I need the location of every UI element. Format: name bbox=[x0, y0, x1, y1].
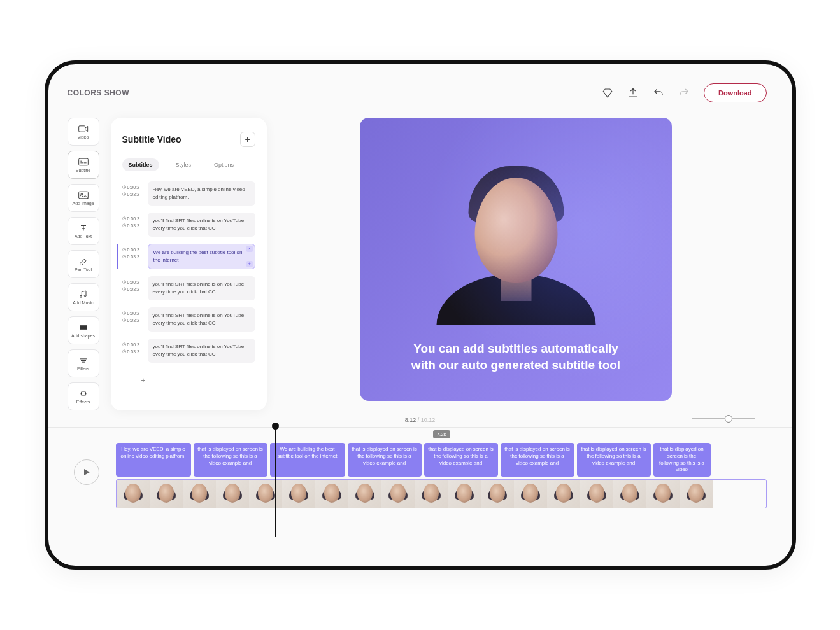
frame-thumb[interactable] bbox=[216, 480, 249, 508]
clock-icon: ◷ 0:00:2 bbox=[122, 185, 143, 190]
sidebar-item-add-image[interactable]: Add Image bbox=[68, 184, 99, 212]
sidebar-item-subtitle[interactable]: Subtitle bbox=[68, 151, 99, 179]
svg-point-3 bbox=[81, 193, 83, 195]
topbar-actions: Download bbox=[602, 83, 767, 102]
redo-icon[interactable] bbox=[678, 87, 690, 99]
timeline-segment[interactable]: that is displayed on screen is the follo… bbox=[577, 443, 651, 477]
main: Video Subtitle Add Image Add Text Pen To… bbox=[48, 109, 792, 410]
frames-strip[interactable] bbox=[116, 479, 767, 508]
frame-thumb[interactable] bbox=[183, 480, 216, 508]
subtitle-row[interactable]: ◷ 0:00:2◷ 0:03:2 you'll find SRT files o… bbox=[122, 276, 255, 300]
zoom-slider[interactable] bbox=[692, 418, 755, 419]
timeline-segment[interactable]: that is displayed on screen is the follo… bbox=[348, 443, 422, 477]
frame-thumb[interactable] bbox=[315, 480, 348, 508]
play-button[interactable] bbox=[74, 459, 99, 485]
sidebar-item-effects[interactable]: Effects bbox=[68, 382, 99, 410]
subtitle-text[interactable]: you'll find SRT files online is on YouTu… bbox=[148, 213, 255, 237]
timeline-segment[interactable]: that is displayed on screen is the follo… bbox=[653, 443, 711, 477]
frame-thumb[interactable] bbox=[117, 480, 150, 508]
frame-thumb[interactable] bbox=[580, 480, 613, 508]
frame-thumb[interactable] bbox=[381, 480, 415, 508]
time-total: 10:12 bbox=[421, 417, 436, 423]
add-subtitle-button[interactable]: + bbox=[240, 132, 255, 147]
frame-thumb[interactable] bbox=[150, 480, 183, 508]
svg-rect-4 bbox=[80, 325, 87, 330]
add-row-button[interactable]: + bbox=[122, 376, 141, 385]
timeline-segment[interactable]: that is displayed on screen is the follo… bbox=[501, 443, 574, 477]
frame-thumb[interactable] bbox=[481, 480, 514, 508]
download-button[interactable]: Download bbox=[704, 83, 767, 102]
frame-thumb[interactable] bbox=[680, 480, 713, 508]
frame-thumb[interactable] bbox=[249, 480, 282, 508]
diamond-icon[interactable] bbox=[602, 87, 613, 99]
subtitle-text[interactable]: you'll find SRT files online is on YouTu… bbox=[148, 339, 255, 363]
tab-styles[interactable]: Styles bbox=[169, 158, 198, 171]
frame-thumb[interactable] bbox=[547, 480, 580, 508]
subtitle-row[interactable]: ◷ 0:00:2◷ 0:03:2 you'll find SRT files o… bbox=[122, 307, 255, 332]
project-title: COLORS SHOW bbox=[68, 88, 130, 97]
subtitle-overlay-line: You can add subtitles automatically bbox=[378, 340, 654, 358]
sidebar-item-label: Filters bbox=[77, 367, 89, 371]
timeline-marker: 7.2s bbox=[433, 430, 450, 438]
playhead[interactable] bbox=[275, 426, 276, 537]
sidebar-item-label: Video bbox=[78, 135, 89, 139]
sidebar: Video Subtitle Add Image Add Text Pen To… bbox=[68, 118, 99, 410]
sidebar-item-add-shapes[interactable]: Add shapes bbox=[68, 316, 99, 344]
tab-subtitles[interactable]: Subtitles bbox=[122, 158, 159, 171]
close-icon[interactable]: × bbox=[246, 246, 253, 252]
sidebar-item-label: Add Image bbox=[73, 201, 94, 206]
preview-area: You can add subtitles automatically with… bbox=[278, 118, 792, 410]
sidebar-item-label: Add Music bbox=[73, 300, 94, 305]
sidebar-item-label: Pen Tool bbox=[75, 267, 92, 272]
subtitle-text[interactable]: Hey, we are VEED, a simple online video … bbox=[148, 181, 255, 206]
device-frame: COLORS SHOW Download Video Subtitle Add … bbox=[45, 60, 796, 570]
subtitle-overlay: You can add subtitles automatically with… bbox=[360, 340, 672, 374]
sidebar-item-label: Subtitle bbox=[76, 168, 90, 172]
subtitle-row[interactable]: ◷ 0:00:2◷ 0:03:2 you'll find SRT files o… bbox=[122, 213, 255, 237]
timeline-segment[interactable]: Hey, we are VEED, a simple online video … bbox=[116, 443, 191, 477]
subtitle-row[interactable]: ◷ 0:00:2◷ 0:03:2 We are building the bes… bbox=[117, 244, 255, 269]
subtitle-panel: Subtitle Video + Subtitles Styles Option… bbox=[111, 118, 267, 410]
frame-thumb[interactable] bbox=[613, 480, 646, 508]
tab-options[interactable]: Options bbox=[208, 158, 240, 171]
frame-thumb[interactable] bbox=[348, 480, 381, 508]
panel-tabs: Subtitles Styles Options bbox=[122, 158, 255, 171]
frame-thumb[interactable] bbox=[514, 480, 547, 508]
subtitle-row[interactable]: ◷ 0:00:2◷ 0:03:2 Hey, we are VEED, a sim… bbox=[122, 181, 255, 206]
timeline-track[interactable]: 7.2s Hey, we are VEED, a simple online v… bbox=[116, 443, 767, 508]
timeline-segment[interactable]: that is displayed on screen is the follo… bbox=[424, 443, 498, 477]
sidebar-item-label: Effects bbox=[76, 400, 90, 404]
panel-title: Subtitle Video bbox=[122, 134, 182, 144]
topbar: COLORS SHOW Download bbox=[48, 64, 792, 109]
sidebar-item-add-text[interactable]: Add Text bbox=[68, 217, 99, 245]
timeline-segment[interactable]: that is displayed on screen is the follo… bbox=[194, 443, 267, 477]
subtitle-overlay-line: with our auto generated subtitle tool bbox=[378, 357, 654, 374]
subtitle-text[interactable]: We are building the best subtitle tool o… bbox=[148, 244, 255, 269]
subtitle-list: ◷ 0:00:2◷ 0:03:2 Hey, we are VEED, a sim… bbox=[122, 181, 255, 385]
subtitle-text[interactable]: you'll find SRT files online is on YouTu… bbox=[148, 276, 255, 300]
frame-thumb[interactable] bbox=[415, 480, 448, 508]
svg-rect-0 bbox=[78, 125, 85, 131]
sidebar-item-pen-tool[interactable]: Pen Tool bbox=[68, 250, 99, 278]
timecode-bar: 8:12 / 10:12 bbox=[48, 410, 792, 427]
frame-thumb[interactable] bbox=[282, 480, 315, 508]
sidebar-item-filters[interactable]: Filters bbox=[68, 349, 99, 377]
plus-icon[interactable]: + bbox=[246, 261, 253, 267]
frame-thumb[interactable] bbox=[646, 480, 680, 508]
time-current: 8:12 bbox=[405, 417, 416, 423]
sidebar-item-label: Add Text bbox=[75, 234, 92, 239]
frame-thumb[interactable] bbox=[448, 480, 481, 508]
timeline: 7.2s Hey, we are VEED, a simple online v… bbox=[48, 427, 792, 515]
svg-rect-1 bbox=[78, 158, 88, 165]
sidebar-item-add-music[interactable]: Add Music bbox=[68, 283, 99, 311]
subtitle-segments: Hey, we are VEED, a simple online video … bbox=[116, 443, 767, 477]
zoom-handle[interactable] bbox=[725, 415, 732, 423]
subtitle-row[interactable]: ◷ 0:00:2◷ 0:03:2 you'll find SRT files o… bbox=[122, 339, 255, 363]
video-preview[interactable]: You can add subtitles automatically with… bbox=[360, 118, 672, 401]
upload-icon[interactable] bbox=[627, 87, 639, 99]
sidebar-item-label: Add shapes bbox=[71, 333, 95, 338]
undo-icon[interactable] bbox=[653, 87, 664, 99]
timeline-segment[interactable]: We are building the best subtitle tool o… bbox=[270, 443, 345, 477]
sidebar-item-video[interactable]: Video bbox=[68, 118, 99, 146]
subtitle-text[interactable]: you'll find SRT files online is on YouTu… bbox=[148, 307, 255, 332]
